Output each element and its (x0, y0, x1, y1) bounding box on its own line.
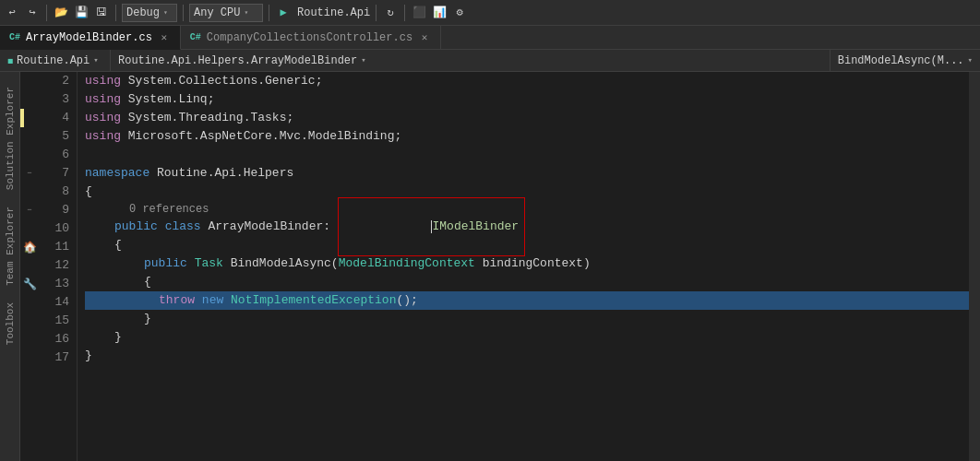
member-label: BindModelAsync(M... (838, 54, 964, 67)
cpu-label: Any CPU (194, 6, 240, 19)
debug-label: Debug (126, 6, 160, 19)
collapse-icon-9[interactable]: − (27, 206, 31, 215)
line-num-14: 14 (39, 293, 69, 312)
navbars-class[interactable]: Routine.Api.Helpers.ArrayModelBinder ▾ (111, 50, 831, 71)
code-line-10: { (85, 236, 969, 254)
tab-arraybinder-close[interactable]: ✕ (158, 31, 171, 44)
tab-collections-close[interactable]: ✕ (418, 31, 431, 44)
type-task: Task (195, 254, 223, 273)
toolbar-separator-5 (376, 5, 376, 21)
debug-dropdown[interactable]: Debug ▾ (122, 4, 177, 22)
code-line-5: using Microsoft.AspNetCore.Mvc.ModelBind… (85, 127, 969, 146)
margin-cell-12 (20, 256, 39, 275)
side-panel-toolbox[interactable]: Toolbox (3, 299, 18, 349)
tab-collections-icon: C# (190, 32, 201, 42)
margin-cell-15 (20, 312, 39, 330)
margin-cell-8 (20, 183, 39, 201)
kw-new: new (202, 291, 223, 310)
code-text-11: bindingContext) (475, 254, 591, 273)
margin-cell-2 (20, 72, 39, 90)
tab-collections-label: CompanyCollectionsController.cs (207, 31, 412, 44)
settings-icon[interactable]: ⚙ (451, 5, 468, 21)
navbars: ◼ Routine.Api ▾ Routine.Api.Helpers.Arra… (0, 50, 980, 72)
kw-namespace: namespace (85, 164, 149, 183)
type-mbc: ModelBindingContext (339, 254, 475, 273)
code-area[interactable]: using System.Collections.Generic; using … (78, 72, 969, 461)
code-text-4: System.Threading.Tasks; (121, 109, 293, 127)
code-text-10: { (114, 236, 122, 254)
code-line-11: public Task BindModelAsync( ModelBinding… (85, 254, 969, 273)
code-space-13 (195, 291, 202, 310)
profile-icon[interactable]: 📊 (431, 5, 448, 21)
undo-icon[interactable]: ↩ (4, 5, 20, 21)
margin-cell-13: 🔧 (20, 275, 39, 293)
tab-arraybinder-label: ArrayModelBinder.cs (26, 31, 152, 44)
build-icon-13: 🔧 (23, 278, 37, 291)
margin-cell-17 (20, 349, 39, 367)
margin-cell-9: − (20, 201, 39, 219)
vertical-scrollbar[interactable] (969, 72, 980, 461)
code-space-13b (223, 291, 231, 310)
line-num-12: 12 (39, 256, 69, 275)
code-line-13: throw new NotImplementedException (); (85, 291, 969, 310)
type-exception: NotImplementedException (231, 291, 396, 310)
kw-using-3: using (85, 90, 121, 109)
navbars-project[interactable]: ◼ Routine.Api ▾ (0, 50, 111, 71)
code-text-13: (); (396, 291, 417, 310)
margin-cell-11: 🏠 (20, 238, 39, 256)
cursor (431, 220, 432, 233)
code-text-5: Microsoft.AspNetCore.Mvc.ModelBinding; (121, 127, 401, 146)
toolbar-separator-6 (404, 5, 405, 21)
code-line-17 (85, 365, 969, 384)
toolbar-separator-1 (46, 5, 47, 21)
tab-arraybinder-icon: C# (9, 32, 20, 42)
code-line-9: public class ArrayModelBinder: IModelBin… (85, 218, 969, 236)
open-icon[interactable]: 📂 (53, 5, 69, 21)
run-icon[interactable]: ▶ (275, 5, 292, 21)
kw-class-9: class (165, 218, 201, 236)
navbars-member[interactable]: BindModelAsync(M... ▾ (831, 50, 980, 71)
margin-cell-7: − (20, 164, 39, 183)
kw-using-5: using (85, 127, 121, 146)
save-all-icon[interactable]: 🖫 (93, 5, 110, 21)
code-line-9-wrapper: 0 references public class ArrayModelBind… (85, 201, 969, 236)
toolbar-separator-4 (269, 5, 269, 21)
code-line-3: using System.Linq; (85, 90, 969, 109)
code-line-15: } (85, 328, 969, 347)
code-space-11b: BindModelAsync( (223, 254, 339, 273)
toolbar-separator-2 (115, 5, 116, 21)
code-space-9a (158, 218, 165, 236)
line-num-15: 15 (39, 312, 69, 330)
margin-cell-3 (20, 90, 39, 109)
margin-cell-6 (20, 146, 39, 164)
project-icon: ◼ (7, 55, 13, 66)
tab-collections[interactable]: C# CompanyCollectionsController.cs ✕ (181, 26, 441, 49)
house-icon-11: 🏠 (23, 241, 37, 254)
code-text-7: Routine.Api.Helpers (149, 164, 293, 183)
code-line-16: } (85, 347, 969, 365)
code-text-12: { (144, 273, 151, 291)
side-panel: Solution Explorer Team Explorer Toolbox (0, 72, 20, 461)
cpu-dropdown-arrow: ▾ (244, 8, 248, 17)
main-layout: Solution Explorer Team Explorer Toolbox … (0, 72, 980, 461)
collapse-icon-7[interactable]: − (27, 169, 31, 178)
interface-text: IModelBinder (433, 219, 520, 233)
tab-arraybinder[interactable]: C# ArrayModelBinder.cs ✕ (0, 26, 181, 50)
code-line-2: using System.Collections.Generic; (85, 72, 969, 90)
project-label: Routine.Api (17, 54, 90, 67)
editor: − − 🏠 🔧 (20, 72, 980, 461)
code-line-7: namespace Routine.Api.Helpers (85, 164, 969, 183)
refresh-icon[interactable]: ↻ (382, 5, 399, 21)
margin-cell-14 (20, 293, 39, 312)
breakpoint-icon[interactable]: ⬛ (411, 5, 427, 21)
side-panel-solution[interactable]: Solution Explorer (3, 83, 18, 194)
save-icon[interactable]: 💾 (73, 5, 90, 21)
redo-icon[interactable]: ↪ (24, 5, 41, 21)
line-num-16: 16 (39, 330, 69, 349)
kw-using-2: using (85, 72, 121, 90)
side-panel-team[interactable]: Team Explorer (3, 203, 18, 290)
cpu-dropdown[interactable]: Any CPU ▾ (189, 4, 263, 22)
class-path-label: Routine.Api.Helpers.ArrayModelBinder (118, 54, 357, 67)
code-line-8: { (85, 183, 969, 201)
kw-public-9: public (114, 218, 158, 236)
